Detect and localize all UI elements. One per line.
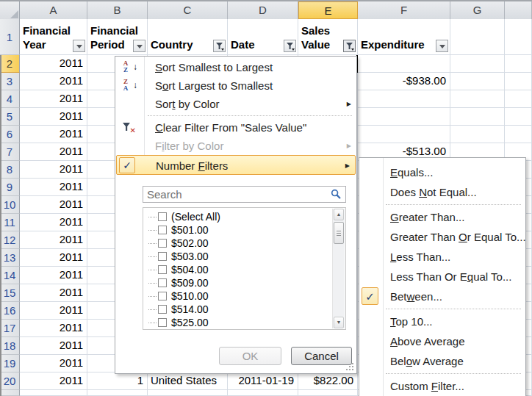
row-header-3[interactable]: 3 (0, 73, 20, 90)
grid-cell[interactable]: 2011 (20, 214, 87, 231)
grid-cell[interactable] (505, 55, 532, 73)
menu-item-number-filters[interactable]: ✓Number Filters▶ (116, 155, 356, 175)
submenu-item-greater-than-or-equal-to[interactable]: Greater Than Or Equal To... (359, 227, 525, 247)
value-list-item[interactable]: $502.00 (146, 237, 345, 250)
resize-grip[interactable] (352, 369, 353, 370)
filter-button-expenditure[interactable] (436, 40, 448, 52)
row-header-2[interactable]: 2 (0, 55, 20, 73)
submenu-item-less-than[interactable]: Less Than... (359, 247, 525, 267)
column-header-D[interactable]: D (228, 1, 298, 19)
grid-cell[interactable]: United States (148, 372, 228, 390)
row-header-20[interactable]: 20 (0, 372, 20, 390)
grid-cell[interactable]: 1 (87, 372, 148, 390)
row-header-15[interactable]: 15 (0, 284, 20, 302)
column-header-B[interactable]: B (87, 1, 148, 19)
grid-cell[interactable] (505, 126, 532, 143)
value-checkbox[interactable] (158, 278, 167, 287)
grid-cell[interactable]: 2011 (20, 179, 87, 196)
grid-cell[interactable]: 2011 (20, 267, 87, 284)
value-list-scrollbar[interactable]: ▲ ▼ (332, 209, 345, 328)
row-header-9[interactable]: 9 (0, 179, 20, 196)
row-header-10[interactable]: 10 (0, 196, 20, 214)
column-header-G[interactable]: G (450, 1, 505, 19)
value-checkbox[interactable] (158, 305, 167, 314)
grid-cell[interactable]: 2011 (20, 55, 87, 73)
header-cell-D[interactable]: Date (228, 19, 298, 55)
grid-cell[interactable] (450, 126, 505, 143)
grid-cell[interactable]: 2011 (20, 161, 87, 179)
value-list-item[interactable]: $510.00 (146, 289, 345, 303)
row-header-19[interactable]: 19 (0, 355, 20, 372)
row-header-14[interactable]: 14 (0, 267, 20, 284)
menu-item-sort-largest-to-smallest[interactable]: ZA↓Sort Largest to Smallest (115, 76, 356, 95)
submenu-item-custom-filter[interactable]: Custom Filter... (359, 376, 525, 396)
search-input[interactable] (143, 186, 346, 203)
filter-button-financial-period[interactable] (133, 40, 145, 52)
grid-cell[interactable]: 2011 (20, 337, 87, 355)
value-list-item[interactable]: $504.00 (146, 263, 345, 276)
row-header-11[interactable]: 11 (0, 214, 20, 231)
header-cell-F[interactable]: Expenditure (358, 19, 450, 55)
filter-button-date[interactable] (284, 40, 296, 52)
grid-cell[interactable]: 2011 (20, 249, 87, 267)
grid-cell[interactable]: 2011 (20, 108, 87, 126)
column-header-E[interactable]: E (298, 1, 358, 19)
value-list-item[interactable]: $525.00 (146, 316, 345, 329)
row-header-1[interactable]: 1 (0, 19, 20, 55)
header-cell-partial[interactable] (505, 19, 532, 55)
grid-cell[interactable] (87, 390, 148, 396)
scrollbar-thumb[interactable] (334, 222, 344, 244)
grid-cell[interactable]: 2011 (20, 372, 87, 390)
row-header-12[interactable]: 12 (0, 231, 20, 249)
grid-cell[interactable]: 2011 (20, 231, 87, 249)
submenu-item-equals[interactable]: Equals... (359, 162, 525, 182)
grid-cell[interactable] (450, 108, 505, 126)
row-header-16[interactable]: 16 (0, 302, 20, 320)
grid-cell[interactable] (358, 108, 450, 126)
value-checkbox[interactable] (158, 239, 167, 248)
value-list-item[interactable]: $514.00 (146, 303, 345, 316)
submenu-item-greater-than[interactable]: Greater Than... (359, 207, 525, 227)
row-header-8[interactable]: 8 (0, 161, 20, 179)
value-list-item[interactable] (146, 329, 345, 330)
grid-cell[interactable] (228, 390, 298, 396)
value-checkbox[interactable] (158, 212, 167, 221)
column-header-partial[interactable] (505, 1, 532, 19)
ok-button[interactable]: OK (219, 347, 281, 365)
grid-cell[interactable]: 2011 (20, 143, 87, 161)
select-all-corner[interactable] (0, 1, 20, 19)
row-header-5[interactable]: 5 (0, 108, 20, 126)
menu-item-sort-by-color[interactable]: Sort by Color▶ (115, 95, 356, 113)
value-checkbox[interactable] (158, 318, 167, 327)
grid-cell[interactable]: 2011 (20, 90, 87, 108)
value-list-item[interactable]: $509.00 (146, 276, 345, 289)
grid-cell[interactable] (298, 390, 358, 396)
header-cell-E[interactable]: SalesValue (298, 19, 358, 55)
grid-cell[interactable]: 2011 (20, 355, 87, 372)
header-cell-C[interactable]: Country (148, 19, 228, 55)
value-list-item[interactable]: $501.00 (146, 223, 345, 237)
row-header-partial[interactable] (0, 390, 20, 396)
cancel-button[interactable]: Cancel (291, 347, 352, 365)
row-header-17[interactable]: 17 (0, 320, 20, 337)
value-checkbox[interactable] (158, 252, 167, 261)
grid-cell[interactable] (358, 90, 450, 108)
submenu-item-does-not-equal[interactable]: Does Not Equal... (359, 182, 525, 202)
grid-cell[interactable] (20, 390, 87, 396)
grid-cell[interactable]: 2011 (20, 284, 87, 302)
filter-button-sales-value[interactable] (343, 40, 356, 52)
submenu-item-between[interactable]: ✓Between... (359, 287, 525, 306)
grid-cell[interactable]: 2011 (20, 73, 87, 90)
menu-item-sort-smallest-to-largest[interactable]: AZ↓Sort Smallest to Largest (115, 58, 356, 76)
column-header-C[interactable]: C (148, 1, 228, 19)
grid-cell[interactable]: 2011 (20, 320, 87, 337)
scroll-down-icon[interactable]: ▼ (334, 317, 344, 328)
submenu-item-above-average[interactable]: Above Average (359, 331, 525, 351)
filter-button-country[interactable] (213, 40, 226, 52)
value-checkbox[interactable] (158, 226, 167, 234)
value-checkbox[interactable] (158, 265, 167, 274)
row-header-13[interactable]: 13 (0, 249, 20, 267)
submenu-item-top-10[interactable]: Top 10... (359, 312, 525, 331)
grid-cell[interactable]: -$938.00 (358, 73, 450, 90)
submenu-item-below-average[interactable]: Below Average (359, 351, 525, 371)
